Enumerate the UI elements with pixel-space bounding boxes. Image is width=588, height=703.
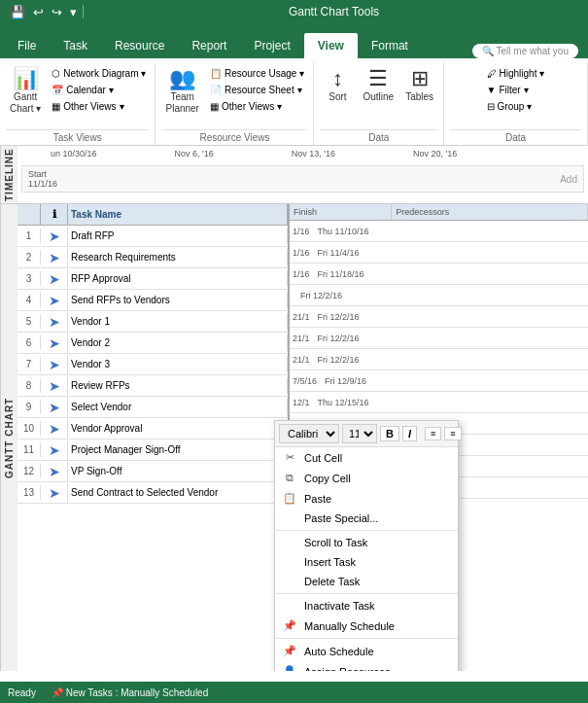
table-header: ℹ Task Name — [17, 204, 288, 226]
gantt-row: 21/1 Fri 12/2/16 — [290, 328, 588, 349]
row-num: 6 — [17, 335, 41, 350]
timeline-bar: Start 11/1/16 Add — [21, 165, 584, 193]
font-select[interactable]: Calibri — [279, 424, 339, 443]
quick-access-dropdown[interactable]: ▾ — [68, 5, 79, 19]
th-name: Task Name — [68, 204, 288, 225]
resource-usage-button[interactable]: 📋 Resource Usage ▾ — [207, 66, 307, 81]
ctx-item-copy[interactable]: ⧉ Copy Cell — [275, 468, 458, 488]
tab-format[interactable]: Format — [358, 33, 422, 58]
ctx-item-insert-task[interactable]: Insert Task — [275, 552, 458, 572]
table-row[interactable]: 6 ➤ Vendor 2 — [17, 333, 288, 354]
ctx-divider — [275, 593, 458, 594]
font-size-select[interactable]: 11 — [342, 424, 377, 443]
table-row[interactable]: 12 ➤ VP Sign-Off — [17, 461, 288, 482]
ctx-item-paste-special[interactable]: Paste Special... — [275, 509, 458, 528]
task-mode-icon: ➤ — [49, 485, 60, 501]
table-row[interactable]: 13 ➤ Send Contract to Selected Vendor — [17, 482, 288, 504]
ctx-toolbar: Calibri 11 B I ≡ ≡ — [275, 421, 458, 447]
tables-button[interactable]: ⊞ Tables — [401, 66, 437, 105]
gantt-finish: Fri 12/2/16 — [318, 334, 360, 343]
data-buttons: ↕ Sort ☰ Outline ⊞ Tables — [320, 66, 437, 129]
gantt-chart-button[interactable]: 📊 GanttChart ▾ — [6, 66, 45, 117]
team-planner-button[interactable]: 👥 TeamPlanner — [161, 66, 202, 117]
table-row[interactable]: 11 ➤ Project Manager Sign-Off — [17, 439, 288, 461]
row-mode: ➤ — [41, 227, 68, 246]
ctx-item-inactivate-task[interactable]: Inactivate Task — [275, 596, 458, 615]
italic-button[interactable]: I — [402, 426, 417, 441]
sort-button[interactable]: ↕ Sort — [320, 66, 355, 105]
table-row[interactable]: 7 ➤ Vendor 3 — [17, 354, 288, 375]
tables-icon: ⊞ — [411, 68, 429, 89]
ribbon: 📊 GanttChart ▾ ⬡ Network Diagram ▾ 📅 Cal… — [0, 58, 588, 146]
row-num: 4 — [17, 293, 41, 307]
gantt-row: Fri 12/2/16 — [290, 285, 588, 306]
search-icon: 🔍 — [482, 46, 494, 56]
table-row[interactable]: 9 ➤ Select Vendor — [17, 397, 288, 418]
gantt-start: 21/1 — [293, 355, 310, 365]
table-row[interactable]: 10 ➤ Vendor Approval — [17, 418, 288, 439]
tab-report[interactable]: Report — [178, 33, 240, 58]
ctx-item-assign-resources[interactable]: 👤 Assign Resources... — [275, 661, 458, 671]
ctx-item-cut[interactable]: ✂ Cut Cell — [275, 447, 458, 468]
resource-sheet-icon: 📄 — [210, 85, 222, 95]
tab-resource[interactable]: Resource — [101, 33, 178, 58]
outline-icon: ☰ — [368, 68, 388, 89]
align-right-button[interactable]: ≡ — [444, 427, 461, 440]
gantt-row: 12/1 Thu 12/15/16 — [290, 392, 588, 413]
outline-button[interactable]: ☰ Outline — [359, 66, 398, 105]
ctx-item-auto-schedule[interactable]: 📌 Auto Schedule — [275, 641, 458, 661]
align-left-button[interactable]: ≡ — [425, 427, 441, 440]
other-views2-icon: ▦ — [210, 101, 219, 112]
resource-sheet-button[interactable]: 📄 Resource Sheet ▾ — [207, 83, 307, 97]
ctx-item-scroll-to-task[interactable]: Scroll to Task — [275, 533, 458, 552]
highlight-button[interactable]: 🖊 Highlight ▾ — [484, 66, 548, 81]
task-mode-icon: ➤ — [49, 271, 60, 287]
row-name: Select Vendor — [68, 399, 288, 415]
calendar-button[interactable]: 📅 Calendar ▾ — [49, 83, 149, 97]
tab-project[interactable]: Project — [240, 33, 303, 58]
ctx-item-delete-task[interactable]: Delete Task — [275, 572, 458, 591]
table-row[interactable]: 1 ➤ Draft RFP — [17, 226, 288, 247]
bold-button[interactable]: B — [380, 426, 399, 441]
gantt-start: 12/1 — [293, 398, 310, 407]
gantt-row-dates: Fri 12/2/16 — [293, 291, 342, 300]
gantt-row: 1/16 Fri 11/18/16 — [290, 264, 588, 285]
ctx-item-manually-schedule[interactable]: 📌 Manually Schedule — [275, 615, 458, 636]
gantt-start: 1/16 — [293, 269, 310, 279]
tab-view[interactable]: View — [304, 33, 358, 58]
ctx-item-label-insert-task: Insert Task — [304, 556, 356, 568]
info-icon: ℹ — [52, 208, 56, 221]
undo-button[interactable]: ↩ — [31, 5, 46, 19]
gantt-chart-label: GanttChart ▾ — [10, 91, 41, 115]
row-num: 1 — [17, 228, 41, 243]
table-row[interactable]: 2 ➤ Research Requirements — [17, 247, 288, 268]
tell-me-text: Tell me what you — [497, 46, 569, 56]
table-row[interactable]: 3 ➤ RFP Approval — [17, 268, 288, 290]
gantt-finish: Fri 12/2/16 — [300, 291, 342, 300]
filter-button[interactable]: ▼ Filter ▾ — [484, 83, 548, 97]
table-row[interactable]: 8 ➤ Review RFPs — [17, 375, 288, 397]
tell-me-bar[interactable]: 🔍 Tell me what you — [472, 44, 578, 58]
row-num: 3 — [17, 271, 41, 286]
other-views-button[interactable]: ▦ Other Views ▾ — [49, 99, 149, 114]
row-num: 5 — [17, 314, 41, 329]
redo-button[interactable]: ↪ — [50, 5, 64, 19]
filter-icon: ▼ — [487, 85, 497, 95]
gantt-start: 7/5/16 — [293, 376, 317, 386]
ctx-item-icon-manually-schedule: 📌 — [283, 619, 296, 632]
task-mode-icon: ➤ — [49, 357, 60, 372]
other-views-icon: ▦ — [52, 101, 60, 112]
ctx-item-icon-assign-resources: 👤 — [283, 665, 296, 671]
row-num: 11 — [17, 442, 41, 457]
tab-task[interactable]: Task — [50, 33, 101, 58]
network-diagram-button[interactable]: ⬡ Network Diagram ▾ — [49, 66, 149, 81]
table-row[interactable]: 4 ➤ Send RFPs to Vendors — [17, 290, 288, 311]
tab-file[interactable]: File — [4, 33, 50, 58]
gantt-finish: Fri 12/2/16 — [318, 312, 360, 322]
task-rows-container: 1 ➤ Draft RFP 2 ➤ Research Requirements … — [17, 226, 288, 504]
table-row[interactable]: 5 ➤ Vendor 1 — [17, 311, 288, 333]
save-button[interactable]: 💾 — [8, 5, 27, 19]
ctx-item-paste[interactable]: 📋 Paste — [275, 488, 458, 509]
group-button[interactable]: ⊟ Group ▾ — [484, 99, 548, 114]
other-views2-button[interactable]: ▦ Other Views ▾ — [207, 99, 307, 114]
